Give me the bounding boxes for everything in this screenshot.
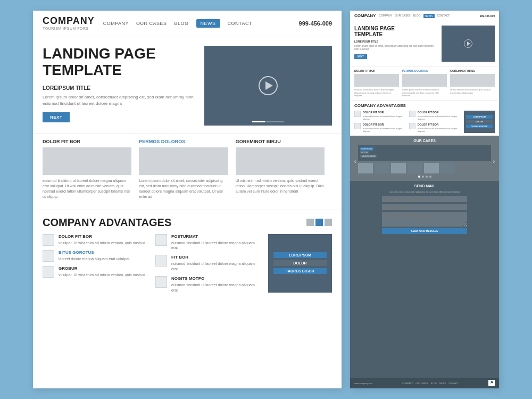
sm-card2-text: Lorem ipsum dolor sit amet consectuier a… xyxy=(402,88,447,97)
large-squares xyxy=(306,219,332,226)
sm-card2-image xyxy=(402,74,447,87)
sm-adv-featured: LOREIPSUM DOLOR TAURUS BIGOR xyxy=(464,111,495,133)
sm-lorem-text: Lorem ipsum dolor sit amet, consectuier … xyxy=(354,45,437,52)
sm-case-item-box: LOREIPSUM DOLOR TAURUS BIGOR xyxy=(358,145,491,161)
large-adv-text-3: volutpat. Ut wisi enim ad minim veniam, … xyxy=(59,272,145,278)
large-phone: 999-456-009 xyxy=(299,20,332,27)
play-icon xyxy=(265,81,273,90)
sm-case-tag-3: TAURUS BIGOR xyxy=(360,155,376,158)
sm-case-tags: LOREIPSUM DOLOR TAURUS BIGOR xyxy=(360,147,488,158)
sm-video-block[interactable] xyxy=(442,26,495,62)
large-nav-blog[interactable]: BLOG xyxy=(174,21,189,26)
large-square-3 xyxy=(325,219,332,226)
large-hero-title: LANDING PAGETEMPLATE xyxy=(43,46,194,79)
sm-footer-link-4[interactable]: NEWS xyxy=(439,382,446,385)
large-card2-text: Lorem ipsum dolor sit amet, consectuier … xyxy=(139,178,228,200)
large-nav-ourcases[interactable]: OUR CASES xyxy=(136,21,167,26)
large-advantages-grid: DOLOR FIT BOR volutpat. Ut wisi enim ad … xyxy=(43,234,332,293)
sm-play-button[interactable] xyxy=(464,39,472,48)
sm-adv-item-title-2: DOLOR FIT BOR xyxy=(363,123,406,126)
large-next-button[interactable]: NEXT xyxy=(43,112,70,122)
sm-adv-icon-3 xyxy=(409,111,415,117)
large-adv-content-5: FIT BOR nuismod tincidunt ut laoreet dol… xyxy=(171,255,262,272)
sm-card1-title: DOLOR FIT BOR xyxy=(354,69,399,72)
sm-footer: www.company.com COMPANY OUR CASES BLOG N… xyxy=(350,378,499,388)
large-video-block[interactable] xyxy=(204,46,332,126)
sm-footer-link-2[interactable]: OUR CASES xyxy=(415,382,428,385)
sm-dot-2[interactable] xyxy=(422,176,424,178)
sm-nav-company[interactable]: COMPANY xyxy=(379,14,392,18)
large-adv-item-1: DOLOR FIT BOR volutpat. Ut wisi enim ad … xyxy=(43,234,149,246)
sm-message-input[interactable] xyxy=(382,212,467,227)
sm-adv-item-3: DOLOR FIT BOR euismod tincidunt at laore… xyxy=(409,111,461,120)
large-square-1 xyxy=(306,219,314,226)
sm-email-input[interactable] xyxy=(382,196,467,202)
large-video-slider[interactable] xyxy=(252,121,284,122)
large-card-1: DOLOR FIT BOR euismod tincidunt ut laore… xyxy=(43,139,139,200)
large-nav-contact[interactable]: CONTACT xyxy=(228,21,252,26)
sm-featured-tag-3: TAURUS BIGOR xyxy=(466,124,493,128)
sm-case-thumb-4 xyxy=(408,163,422,173)
large-logo-name: COMPANY xyxy=(43,16,95,26)
large-adv-content-4: POSTURMAT euismod tincidunt ut laoreet d… xyxy=(171,234,262,251)
sm-card-1: DOLOR FIT BOR euismod tincidunt at laore… xyxy=(354,69,399,97)
large-adv-title-5: FIT BOR xyxy=(171,255,262,260)
sm-adv-item-title-4: DOLOR FIT BOR xyxy=(418,123,461,126)
large-adv-text-4: euismod tincidunt ut laoreet dolore magn… xyxy=(171,240,262,251)
sm-adv-content-2: DOLOR FIT BOR euismod tincidunt at laore… xyxy=(363,123,406,132)
sm-nav-contact[interactable]: CONTACT xyxy=(437,14,450,18)
sm-footer-link-5[interactable]: CONTACT xyxy=(448,382,459,385)
sm-arrow-left[interactable]: ‹ xyxy=(354,159,356,164)
sm-dot-3[interactable] xyxy=(426,176,428,178)
large-loreipsum-title: LOREIPSUM TITLE xyxy=(43,85,194,91)
sm-footer-link-1[interactable]: COMPANY xyxy=(402,382,413,385)
sm-nav-ourcases[interactable]: OUR CASES xyxy=(395,14,410,18)
sm-card2-title: PERMOS DOLOROS xyxy=(402,69,447,72)
sm-adv-content-4: DOLOR FIT BOR euismod tincidunt at laore… xyxy=(418,123,461,132)
large-nav: COMPANY OUR CASES BLOG NEWS CONTACT xyxy=(103,19,290,28)
sm-adv-grid: DOLOR FIT BOR euismod tincidunt at laore… xyxy=(354,111,495,133)
large-adv-title-1: DOLOR FIT BOR xyxy=(59,234,145,239)
large-adv-text-2: laoreet dolore magna aliquam erat volutp… xyxy=(59,256,130,262)
large-card3-image xyxy=(236,147,325,175)
sm-our-cases: OUR CASES ‹ LOREIPSUM DOLOR TAURUS BIGOR xyxy=(350,136,499,181)
sm-footer-link-3[interactable]: BLOG xyxy=(431,382,437,385)
sm-card-2: PERMOS DOLOROS Lorem ipsum dolor sit ame… xyxy=(402,69,447,97)
large-card3-text: Ut wisi enim ad minim veniam, quis nostr… xyxy=(236,178,325,194)
large-adv-title-3: GROBUR xyxy=(59,266,145,271)
sm-adv-col-1: DOLOR FIT BOR euismod tincidunt at laore… xyxy=(354,111,406,133)
sm-next-button[interactable]: NEXT xyxy=(354,54,367,59)
large-hero-left: LANDING PAGETEMPLATE LOREIPSUM TITLE Lor… xyxy=(43,46,194,126)
sm-adv-icon-1 xyxy=(354,111,361,117)
sm-play-icon xyxy=(467,41,470,46)
sm-cases-content: LOREIPSUM DOLOR TAURUS BIGOR xyxy=(358,145,491,178)
large-play-button[interactable] xyxy=(259,76,278,95)
large-nav-news[interactable]: NEWS xyxy=(196,19,220,28)
sm-dot-1[interactable] xyxy=(418,176,420,178)
sm-card3-title: GOREMINOT BIRJU xyxy=(450,69,495,72)
large-adv-title-2[interactable]: BITUS GOROTUS xyxy=(59,250,130,255)
sm-dot-4[interactable] xyxy=(429,176,431,178)
sm-nav-blog[interactable]: BLOG xyxy=(413,14,421,18)
sm-nav-news[interactable]: NEWS xyxy=(423,14,435,18)
large-adv-featured: LOREIPSUM DOLOR TAURUS BIGOR xyxy=(268,234,332,293)
sm-send-button[interactable]: SEND YOUR MESSAGE xyxy=(382,228,467,234)
sm-adv-icon-4 xyxy=(409,123,415,129)
sm-advantages: COMPANY ADVANTAGES DOLOR FIT BOR euismod… xyxy=(350,100,499,136)
large-adv-text-1: volutpat. Ut wisi enim ad minim veniam, … xyxy=(59,240,145,246)
sm-featured-tag-2: DOLOR xyxy=(466,120,493,123)
sm-arrow-right[interactable]: › xyxy=(493,159,495,164)
sm-case-thumb-1 xyxy=(358,163,373,173)
sm-nav: COMPANY OUR CASES BLOG NEWS CONTACT xyxy=(379,14,476,18)
large-advantages-header: COMPANY ADVANTAGES xyxy=(43,217,332,229)
large-cards-row: DOLOR FIT BOR euismod tincidunt ut laore… xyxy=(43,139,332,200)
large-advantages: COMPANY ADVANTAGES DOLOR FIT BOR volutpa… xyxy=(33,210,342,300)
large-featured-tag-1: LOREIPSUM xyxy=(273,252,327,258)
large-hero: LANDING PAGETEMPLATE LOREIPSUM TITLE Lor… xyxy=(33,36,342,133)
sm-subject-input[interactable] xyxy=(382,204,467,210)
large-nav-company[interactable]: COMPANY xyxy=(103,21,129,26)
sm-carousel-dots xyxy=(358,176,491,178)
sm-card1-image xyxy=(354,74,399,87)
sm-adv-item-2: DOLOR FIT BOR euismod tincidunt at laore… xyxy=(354,123,406,132)
large-adv-content-1: DOLOR FIT BOR volutpat. Ut wisi enim ad … xyxy=(59,234,145,246)
